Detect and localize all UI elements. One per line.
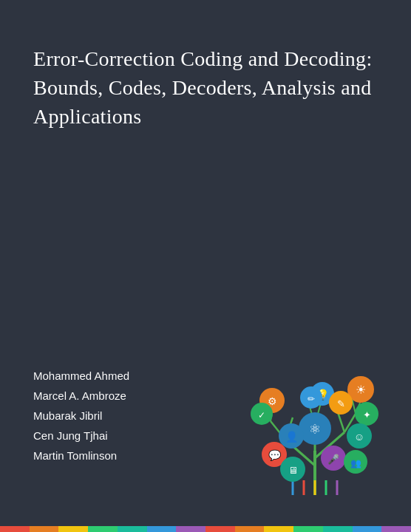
color-seg-8 <box>206 526 235 532</box>
color-seg-1 <box>0 526 30 532</box>
color-seg-9 <box>235 526 265 532</box>
color-seg-12 <box>323 526 353 532</box>
svg-text:⚛: ⚛ <box>309 422 321 437</box>
color-seg-3 <box>58 526 88 532</box>
svg-text:🎤: 🎤 <box>327 453 340 466</box>
author-3: Mubarak Jibril <box>33 406 129 426</box>
author-4: Cen Jung Tjhai <box>33 426 129 446</box>
author-5: Martin Tomlinson <box>33 446 129 466</box>
authors-section: Mohammed Ahmed Marcel A. Ambroze Mubarak… <box>0 366 163 495</box>
svg-text:☀: ☀ <box>356 383 366 396</box>
book-title: Error-Correction Coding and Decoding: Bo… <box>33 44 378 132</box>
book-cover: Error-Correction Coding and Decoding: Bo… <box>0 0 411 532</box>
svg-text:✦: ✦ <box>363 409 371 420</box>
color-seg-6 <box>147 526 177 532</box>
svg-text:☺: ☺ <box>354 432 364 443</box>
color-seg-14 <box>381 526 411 532</box>
color-seg-13 <box>353 526 382 532</box>
tree-illustration: ☀ 💡 ✦ ⚛ ⚙ ✓ 👤 💬 ☺ <box>234 318 396 510</box>
color-seg-2 <box>30 526 59 532</box>
color-seg-10 <box>264 526 293 532</box>
svg-text:🖥: 🖥 <box>288 465 298 476</box>
svg-text:✎: ✎ <box>337 398 345 409</box>
color-bar <box>0 526 411 532</box>
author-1: Mohammed Ahmed <box>33 366 129 386</box>
color-seg-7 <box>176 526 206 532</box>
color-seg-11 <box>293 526 323 532</box>
svg-text:👤: 👤 <box>285 431 299 443</box>
author-2: Marcel A. Ambroze <box>33 386 129 406</box>
svg-text:✏: ✏ <box>308 394 315 404</box>
svg-text:💬: 💬 <box>268 449 282 462</box>
color-seg-4 <box>88 526 118 532</box>
svg-text:✓: ✓ <box>258 410 265 420</box>
svg-text:👥: 👥 <box>350 457 361 468</box>
color-seg-5 <box>118 526 147 532</box>
